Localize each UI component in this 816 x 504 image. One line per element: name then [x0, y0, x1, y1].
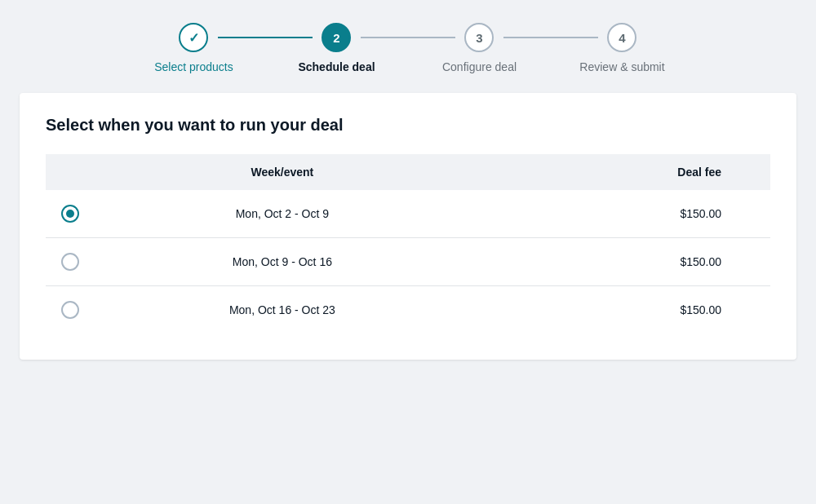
header-fee: Deal fee	[470, 154, 770, 190]
table-body: Mon, Oct 2 - Oct 9$150.00Mon, Oct 9 - Oc…	[46, 190, 770, 334]
table-row[interactable]: Mon, Oct 9 - Oct 16$150.00	[46, 238, 770, 286]
step-4-number: 4	[619, 31, 625, 45]
week-cell: Mon, Oct 2 - Oct 9	[95, 190, 470, 238]
step-1-circle: ✓	[179, 23, 208, 52]
week-cell: Mon, Oct 16 - Oct 23	[95, 286, 470, 334]
step-4-circle: 4	[607, 23, 636, 52]
fee-cell: $150.00	[470, 238, 770, 286]
radio-option-3[interactable]	[61, 301, 79, 319]
radio-option-2[interactable]	[61, 253, 79, 271]
week-cell: Mon, Oct 9 - Oct 16	[95, 238, 470, 286]
radio-cell[interactable]	[46, 286, 95, 334]
step-2-number: 2	[333, 31, 339, 45]
radio-cell[interactable]	[46, 190, 95, 238]
checkmark-icon: ✓	[188, 30, 199, 46]
fee-cell: $150.00	[470, 286, 770, 334]
step-2-label: Schedule deal	[298, 60, 375, 73]
stepper: ✓ Select products 2 Schedule deal	[122, 23, 694, 73]
step-4-label: Review & submit	[579, 60, 664, 73]
table-row[interactable]: Mon, Oct 2 - Oct 9$150.00	[46, 190, 770, 238]
deal-table: Week/event Deal fee Mon, Oct 2 - Oct 9$1…	[46, 154, 770, 334]
step-2[interactable]: 2 Schedule deal	[265, 23, 408, 73]
step-1-label: Select products	[154, 60, 233, 73]
stepper-container: ✓ Select products 2 Schedule deal	[0, 0, 816, 93]
step-4[interactable]: 4 Review & submit	[551, 23, 694, 73]
header-week: Week/event	[95, 154, 470, 190]
step-2-circle: 2	[322, 23, 351, 52]
radio-cell[interactable]	[46, 238, 95, 286]
step-3-circle: 3	[464, 23, 494, 52]
table-row[interactable]: Mon, Oct 16 - Oct 23$150.00	[46, 286, 770, 334]
step-3-number: 3	[476, 31, 482, 45]
radio-option-1[interactable]	[61, 205, 79, 223]
section-title: Select when you want to run your deal	[46, 116, 770, 135]
step-3-label: Configure deal	[442, 60, 517, 73]
fee-cell: $150.00	[470, 190, 770, 238]
step-3[interactable]: 3 Configure deal	[408, 23, 551, 73]
main-content: Select when you want to run your deal We…	[20, 93, 796, 360]
step-1[interactable]: ✓ Select products	[122, 23, 265, 73]
header-radio	[46, 154, 95, 190]
table-header: Week/event Deal fee	[46, 154, 770, 190]
